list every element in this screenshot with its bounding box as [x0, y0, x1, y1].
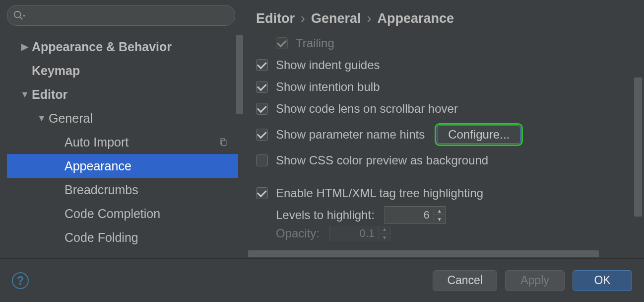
sidebar-item-breadcrumbs[interactable]: Breadcrumbs — [7, 178, 238, 202]
svg-line-1 — [20, 17, 23, 20]
sidebar-item-label: Code Completion — [64, 207, 160, 221]
sidebar-item-appearance[interactable]: Appearance — [7, 154, 238, 178]
chevron-right-icon: › — [367, 11, 372, 26]
search-input[interactable] — [7, 5, 235, 26]
option-css-color-preview[interactable]: Show CSS color preview as background — [256, 150, 644, 171]
settings-tree: ▶ Appearance & Behavior Keymap ▼ Editor … — [7, 35, 238, 249]
option-opacity: Opacity: ▲ ▼ — [256, 226, 644, 241]
option-intention-bulb[interactable]: Show intention bulb — [256, 76, 644, 98]
sidebar-item-label: Appearance — [64, 159, 131, 173]
sidebar-item-keymap[interactable]: Keymap — [7, 59, 238, 82]
breadcrumb-general[interactable]: General — [311, 11, 361, 26]
collapse-icon: ▼ — [18, 89, 32, 100]
spinner-down-icon[interactable]: ▼ — [434, 215, 445, 224]
checkbox-icon[interactable] — [256, 154, 268, 166]
search-dropdown-icon[interactable]: ▾ — [23, 13, 25, 18]
sidebar-item-label: Appearance & Behavior — [32, 40, 172, 54]
ok-button[interactable]: OK — [573, 270, 632, 291]
collapse-icon: ▼ — [35, 113, 49, 124]
sidebar-scrollbar-thumb[interactable] — [236, 35, 243, 114]
option-label: Trailing — [296, 36, 334, 50]
breadcrumb: Editor › General › Appearance — [243, 0, 644, 32]
breadcrumb-appearance[interactable]: Appearance — [378, 11, 454, 26]
option-trailing[interactable]: Trailing — [256, 32, 644, 54]
option-code-lens[interactable]: Show code lens on scrollbar hover — [256, 98, 644, 120]
help-button[interactable]: ? — [12, 272, 29, 289]
copy-settings-icon[interactable] — [218, 135, 227, 150]
vertical-scrollbar[interactable] — [634, 3, 642, 250]
sidebar-item-auto-import[interactable]: Auto Import — [7, 130, 238, 154]
option-levels-to-highlight: Levels to highlight: ▲ ▼ — [256, 204, 644, 226]
option-parameter-hints[interactable]: Show parameter name hints Configure... — [256, 120, 644, 150]
sidebar-item-editor[interactable]: ▼ Editor — [7, 82, 238, 106]
option-label: Show intention bulb — [276, 80, 380, 94]
sidebar-item-label: General — [49, 111, 93, 126]
spinner-down-icon[interactable]: ▼ — [379, 233, 390, 241]
configure-button[interactable]: Configure... — [435, 123, 523, 146]
sidebar-item-code-folding[interactable]: Code Folding — [7, 226, 238, 249]
opacity-spinner: ▲ ▼ — [329, 226, 390, 241]
vertical-scrollbar-thumb[interactable] — [634, 77, 642, 217]
horizontal-scrollbar[interactable] — [248, 249, 629, 258]
spinner-up-icon[interactable]: ▲ — [434, 207, 445, 215]
option-label: Levels to highlight: — [276, 208, 375, 222]
sidebar-item-appearance-behavior[interactable]: ▶ Appearance & Behavior — [7, 35, 238, 59]
spinner-up-icon[interactable]: ▲ — [379, 226, 390, 233]
option-label: Show code lens on scrollbar hover — [276, 102, 458, 116]
option-label: Show CSS color preview as background — [276, 153, 488, 167]
option-label: Show parameter name hints — [276, 128, 425, 142]
checkbox-icon[interactable] — [256, 129, 268, 141]
checkbox-icon[interactable] — [256, 187, 268, 199]
option-label: Enable HTML/XML tag tree highlighting — [276, 186, 483, 200]
svg-point-0 — [14, 11, 21, 18]
svg-rect-3 — [222, 140, 226, 146]
chevron-right-icon: › — [301, 11, 305, 26]
search-wrap: ▾ — [7, 5, 238, 26]
sidebar-scrollbar[interactable] — [236, 35, 243, 253]
option-tag-tree-highlighting[interactable]: Enable HTML/XML tag tree highlighting — [256, 182, 644, 204]
settings-main: Editor › General › Appearance Trailing S… — [243, 0, 644, 258]
option-label: Show indent guides — [276, 58, 380, 72]
sidebar-item-code-completion[interactable]: Code Completion — [7, 202, 238, 226]
option-label: Opacity: — [276, 226, 320, 240]
dialog-footer: ? Cancel Apply OK — [0, 258, 644, 302]
sidebar-item-label: Keymap — [32, 64, 80, 78]
checkbox-icon[interactable] — [256, 103, 268, 115]
checkbox-icon[interactable] — [276, 37, 288, 49]
sidebar-item-label: Breadcrumbs — [64, 183, 138, 197]
sidebar-item-general[interactable]: ▼ General — [7, 106, 238, 130]
option-indent-guides[interactable]: Show indent guides — [256, 54, 644, 76]
breadcrumb-editor[interactable]: Editor — [256, 11, 295, 26]
settings-sidebar: ▾ ▶ Appearance & Behavior Keymap ▼ Edito… — [0, 0, 243, 258]
cancel-button[interactable]: Cancel — [433, 270, 497, 291]
settings-body: Trailing Show indent guides Show intenti… — [243, 32, 644, 258]
sidebar-item-label: Editor — [32, 87, 67, 102]
horizontal-scrollbar-thumb[interactable] — [248, 250, 599, 257]
levels-input[interactable] — [385, 206, 434, 224]
checkbox-icon[interactable] — [256, 59, 268, 71]
apply-button[interactable]: Apply — [505, 270, 565, 291]
checkbox-icon[interactable] — [256, 81, 268, 93]
sidebar-item-label: Code Folding — [64, 230, 138, 245]
expand-icon: ▶ — [18, 41, 32, 52]
opacity-input[interactable] — [329, 226, 379, 241]
sidebar-item-label: Auto Import — [64, 135, 129, 150]
search-icon — [13, 10, 24, 21]
levels-spinner: ▲ ▼ — [385, 206, 446, 224]
